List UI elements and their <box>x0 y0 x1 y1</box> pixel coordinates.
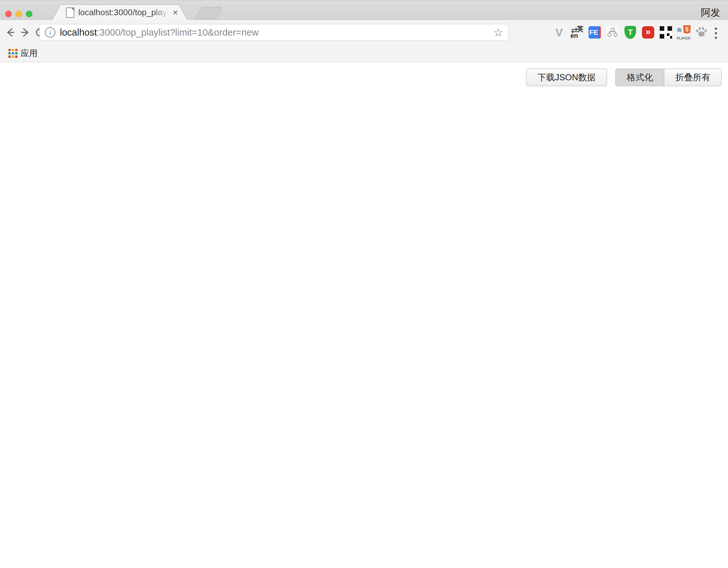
fast-forward-icon: » <box>642 26 654 39</box>
qr-code-icon <box>659 26 672 39</box>
toolbar: i localhost:3000/top_playlist?limit=10&o… <box>0 20 728 45</box>
browser-tab[interactable]: localhost:3000/top_playlist?lim × <box>52 5 188 20</box>
vue-devtools-icon[interactable]: V <box>552 25 566 40</box>
browser-menu-icon[interactable] <box>709 27 722 39</box>
bookmarks-bar: 应用 <box>0 45 728 62</box>
zoom-window-button[interactable] <box>26 11 32 17</box>
qr-code-icon[interactable] <box>659 25 673 40</box>
forward-button[interactable] <box>17 25 33 40</box>
back-button[interactable] <box>3 25 18 40</box>
fe-icon: FE <box>589 26 601 39</box>
bookmark-star-icon[interactable]: ☆ <box>493 26 503 39</box>
fe-icon[interactable]: FE <box>588 25 602 40</box>
html5-player-icon: 5PLAYER <box>677 25 691 39</box>
paw-icon[interactable] <box>694 25 709 40</box>
bookmark-label: 应用 <box>21 48 38 59</box>
format-button[interactable]: 格式化 <box>616 69 664 86</box>
minimize-window-button[interactable] <box>16 11 22 17</box>
tab-close-icon[interactable]: × <box>173 8 178 17</box>
bookmark-item[interactable]: 应用 <box>5 47 41 60</box>
page-favicon-icon <box>66 7 74 18</box>
vue-devtools-icon: V <box>556 26 563 39</box>
url-text: localhost:3000/top_playlist?limit=10&ord… <box>60 27 489 38</box>
collapse-all-button[interactable]: 折叠所有 <box>664 69 721 86</box>
profile-name[interactable]: 阿发 <box>701 6 720 19</box>
url-host: localhost <box>60 27 97 38</box>
sitemap-icon[interactable] <box>605 25 620 40</box>
url-path: :3000/top_playlist?limit=10&order=new <box>97 27 259 38</box>
translate-icon[interactable]: 英⇄en <box>570 25 584 40</box>
address-bar[interactable]: i localhost:3000/top_playlist?limit=10&o… <box>39 24 509 41</box>
page-content: 下载JSON数据 格式化 折叠所有 <box>0 62 728 568</box>
fast-forward-icon[interactable]: » <box>641 25 655 40</box>
tab-strip: localhost:3000/top_playlist?lim × 阿发 <box>0 0 728 20</box>
apps-icon <box>8 49 17 58</box>
new-tab-button[interactable] <box>195 7 223 19</box>
view-mode-segment: 格式化 折叠所有 <box>615 69 722 86</box>
json-formatter-actions: 下载JSON数据 格式化 折叠所有 <box>526 69 722 86</box>
sitemap-icon <box>606 26 619 39</box>
close-window-button[interactable] <box>5 11 12 17</box>
browser-window: localhost:3000/top_playlist?lim × 阿发 i l… <box>0 0 728 568</box>
page-info-icon[interactable]: i <box>45 27 55 38</box>
shield-t-icon: T <box>624 26 636 39</box>
tab-title: localhost:3000/top_playlist?lim <box>78 7 168 17</box>
paw-icon <box>695 26 708 39</box>
html5-player-icon[interactable]: 5PLAYER <box>677 25 691 40</box>
download-json-button[interactable]: 下载JSON数据 <box>526 69 607 86</box>
shield-t-icon[interactable]: T <box>623 25 637 40</box>
translate-icon: 英⇄en <box>570 26 583 39</box>
